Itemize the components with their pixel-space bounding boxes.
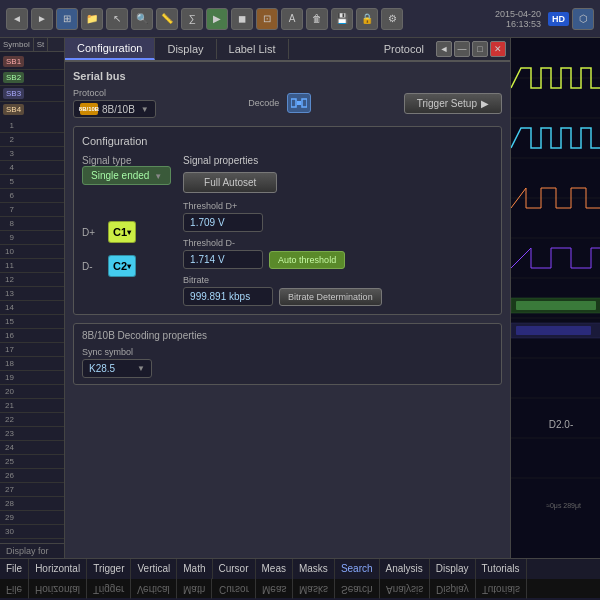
sidebar-row: 22 (0, 413, 64, 427)
close-panel-button[interactable]: ✕ (490, 41, 506, 57)
menu-item-file[interactable]: File (0, 559, 29, 579)
serial-bus-title: Serial bus (73, 70, 502, 82)
signal-channels: D+ C1▾ D- C2▾ (82, 221, 171, 277)
sidebar-row: 21 (0, 399, 64, 413)
sidebar-row: 17 (0, 343, 64, 357)
bitrate-input[interactable]: 999.891 kbps (183, 287, 273, 306)
menu-item-display[interactable]: Display (430, 559, 476, 579)
menu-item-search[interactable]: Search (335, 559, 380, 579)
channel-c1-badge[interactable]: C1▾ (108, 221, 136, 243)
menu-item-bottom-analysis[interactable]: Analysis (380, 579, 430, 599)
signal-type-select[interactable]: Single ended ▼ (82, 166, 171, 185)
sync-symbol-input[interactable]: K28.5 ▼ (82, 359, 152, 378)
menu-item-bottom-file[interactable]: File (0, 579, 29, 599)
stop-icon[interactable]: ◼ (231, 8, 253, 30)
threshold-dminus-input[interactable]: 1.714 V (183, 250, 263, 269)
sb2-badge[interactable]: SB2 (3, 72, 24, 83)
sidebar-col-status: St (34, 38, 49, 51)
auto-threshold-button[interactable]: Auto threshold (269, 251, 345, 269)
run-icon[interactable]: ▶ (206, 8, 228, 30)
protocol-select[interactable]: 8B/10B 8B/10B ▼ (73, 100, 156, 118)
menu-item-tutorials[interactable]: Tutorials (476, 559, 527, 579)
auto-icon[interactable]: A (281, 8, 303, 30)
menu-item-bottom-search[interactable]: Search (335, 579, 380, 599)
signal-props-title: Signal properties (183, 155, 493, 166)
save-icon[interactable]: 💾 (331, 8, 353, 30)
forward-icon[interactable]: ► (31, 8, 53, 30)
delete-icon[interactable]: 🗑 (306, 8, 328, 30)
trigger-setup-button[interactable]: Trigger Setup ▶ (404, 93, 502, 114)
decode-section: Decode (248, 93, 311, 113)
bitrate-determination-button[interactable]: Bitrate Determination (279, 288, 382, 306)
measure-icon[interactable]: 📏 (156, 8, 178, 30)
decode-icon[interactable] (287, 93, 311, 113)
tab-label-list[interactable]: Label List (217, 39, 289, 59)
sb3-badge[interactable]: SB3 (3, 88, 24, 99)
menu-item-vertical[interactable]: Vertical (131, 559, 177, 579)
minimize-panel-button[interactable]: — (454, 41, 470, 57)
menu-item-bottom-trigger[interactable]: Trigger (87, 579, 131, 599)
math-icon[interactable]: ∑ (181, 8, 203, 30)
zoom-icon[interactable]: 🔍 (131, 8, 153, 30)
menu-item-analysis[interactable]: Analysis (380, 559, 430, 579)
menu-row-1: FileHorizontalTriggerVerticalMathCursorM… (0, 559, 600, 579)
menu-item-horizontal[interactable]: Horizontal (29, 559, 87, 579)
menu-item-bottom-horizontal[interactable]: Horizontal (29, 579, 87, 599)
menu-item-bottom-masks[interactable]: Masks (293, 579, 335, 599)
bottom-menu: FileHorizontalTriggerVerticalMathCursorM… (0, 558, 600, 598)
menu-item-math[interactable]: Math (177, 559, 212, 579)
back-panel-icon[interactable]: ◄ (436, 41, 452, 57)
sb1-row: SB1 (0, 54, 64, 69)
sb3-row: SB3 (0, 86, 64, 101)
full-autoset-button[interactable]: Full Autoset (183, 172, 277, 193)
signal-type-label: Signal type (82, 155, 171, 166)
sb4-badge[interactable]: SB4 (3, 104, 24, 115)
menu-item-trigger[interactable]: Trigger (87, 559, 131, 579)
sidebar-row: 7 (0, 203, 64, 217)
sidebar-row: 11 (0, 259, 64, 273)
menu-item-bottom-display[interactable]: Display (430, 579, 476, 599)
tab-display[interactable]: Display (155, 39, 216, 59)
decode-label: Decode (248, 98, 279, 108)
lock-icon[interactable]: 🔒 (356, 8, 378, 30)
menu-item-bottom-math[interactable]: Math (177, 579, 212, 599)
waveform-area: D2.0- ≈0μs 289μt (510, 38, 600, 558)
cursor-icon[interactable]: ↖ (106, 8, 128, 30)
menu-item-bottom-cursor[interactable]: Cursor (213, 579, 256, 599)
settings-icon[interactable]: ⚙ (381, 8, 403, 30)
configuration-section-title: Configuration (82, 135, 493, 147)
channel-dminus-label: D- (82, 261, 102, 272)
menu-item-bottom-tutorials[interactable]: Tutorials (476, 579, 527, 599)
configuration-section: Configuration Signal type Single ended ▼ (73, 126, 502, 315)
threshold-dplus-input[interactable]: 1.709 V (183, 213, 263, 232)
menu-item-masks[interactable]: Masks (293, 559, 335, 579)
sidebar-row: 16 (0, 329, 64, 343)
grid-icon[interactable]: ⊞ (56, 8, 78, 30)
waveform-display: D2.0- ≈0μs 289μt (511, 38, 600, 558)
decoding-section: 8B/10B Decoding properties Sync symbol K… (73, 323, 502, 385)
protocol-field-label: Protocol (73, 88, 156, 98)
menu-item-meas[interactable]: Meas (256, 559, 293, 579)
svg-rect-2 (302, 99, 307, 107)
tab-configuration[interactable]: Configuration (65, 38, 155, 60)
folder-icon[interactable]: 📁 (81, 8, 103, 30)
sidebar-row: 19 (0, 371, 64, 385)
sb1-badge[interactable]: SB1 (3, 56, 24, 67)
sidebar-row: 6 (0, 189, 64, 203)
channel-c2-badge[interactable]: C2▾ (108, 255, 136, 277)
menu-item-cursor[interactable]: Cursor (213, 559, 256, 579)
restore-panel-button[interactable]: □ (472, 41, 488, 57)
protocol-dropdown-arrow: ▼ (141, 105, 149, 114)
single-icon[interactable]: ⊡ (256, 8, 278, 30)
sidebar-row: 2 (0, 133, 64, 147)
trigger-arrow-icon: ▶ (481, 98, 489, 109)
sidebar-row: 13 (0, 287, 64, 301)
sidebar-row: 1 (0, 119, 64, 133)
menu-item-bottom-vertical[interactable]: Vertical (131, 579, 177, 599)
waveform-svg: D2.0- ≈0μs 289μt (511, 38, 600, 518)
display-for-label: Display for (0, 543, 64, 558)
menu-item-bottom-meas[interactable]: Meas (256, 579, 293, 599)
back-icon[interactable]: ◄ (6, 8, 28, 30)
hd-settings-icon[interactable]: ⬡ (572, 8, 594, 30)
top-toolbar: ◄ ► ⊞ 📁 ↖ 🔍 📏 ∑ ▶ ◼ ⊡ A 🗑 💾 🔒 ⚙ 2015-04-… (0, 0, 600, 38)
